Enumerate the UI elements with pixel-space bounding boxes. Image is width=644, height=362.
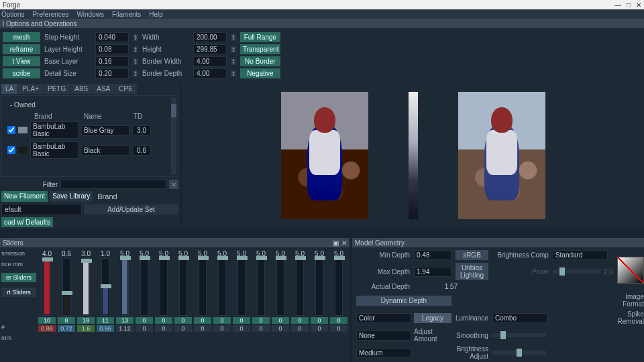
slider-bottom-value[interactable]: 0	[233, 325, 250, 332]
slider-green-value[interactable]: 0	[291, 317, 309, 324]
tab-pla+[interactable]: PLA+	[18, 84, 43, 94]
min-depth-input[interactable]: 0.48	[414, 250, 451, 260]
filter-input[interactable]	[60, 180, 166, 189]
name-select[interactable]: Blue Gray	[81, 125, 129, 135]
new-filament-button[interactable]: New Filament	[1, 191, 48, 202]
slider-track[interactable]	[315, 258, 323, 316]
toolbar-t-view-button[interactable]: t View	[3, 56, 40, 66]
opt-0.08[interactable]: 0.08	[95, 44, 129, 54]
slider-track[interactable]	[276, 258, 284, 316]
slider-green-value[interactable]: 10	[38, 317, 56, 324]
slider-green-value[interactable]: 8	[58, 317, 75, 324]
slider-track[interactable]	[199, 258, 207, 316]
slider-green-value[interactable]: 11	[97, 317, 114, 324]
spinner-down-icon[interactable]: ▼	[231, 50, 236, 53]
slider-track[interactable]	[160, 258, 168, 316]
max-depth-input[interactable]: 1.94	[414, 267, 451, 277]
close-panel-icon[interactable]: ✕	[341, 239, 347, 247]
load-defaults-button[interactable]: oad w/ Defaults	[1, 217, 53, 227]
slider-bottom-value[interactable]: 0	[136, 325, 153, 332]
gradient-swatch[interactable]	[617, 257, 644, 284]
tab-asa[interactable]: ASA	[93, 84, 114, 94]
slider-track[interactable]	[82, 258, 90, 316]
close-icon[interactable]: ✕	[636, 1, 641, 9]
slider-track[interactable]	[237, 258, 246, 316]
menu-filaments[interactable]: Filaments	[112, 11, 141, 18]
slider-bottom-value[interactable]: 0	[155, 325, 172, 332]
slider-bottom-value[interactable]: 0.96	[97, 325, 114, 332]
adjust-medium-select[interactable]: Medium	[356, 348, 411, 358]
negative-button[interactable]: Negative	[240, 68, 280, 78]
add-update-set-button[interactable]: Add/Update Set	[84, 204, 178, 215]
opt-299.85[interactable]: 299.85	[193, 44, 227, 54]
spinner-down-icon[interactable]: ▼	[231, 74, 236, 77]
slider-bottom-value[interactable]: 0	[311, 325, 328, 332]
slider-green-value[interactable]: 13	[116, 317, 133, 324]
srgb-button[interactable]: sRGB	[455, 250, 488, 260]
minimize-icon[interactable]: —	[614, 1, 621, 9]
slider-green-value[interactable]: 0	[330, 317, 347, 324]
smoothing-slider[interactable]	[492, 333, 546, 337]
clear-filter-icon[interactable]: ✕	[169, 180, 178, 189]
filament-checkbox[interactable]	[7, 146, 15, 154]
spinner-down-icon[interactable]: ▼	[133, 74, 138, 77]
slider-bottom-value[interactable]: 0	[291, 325, 309, 332]
slider-track[interactable]	[179, 258, 187, 316]
opt-0.20[interactable]: 0.20	[95, 68, 129, 78]
slider-track[interactable]	[43, 258, 51, 316]
menu-preferences[interactable]: Preferences	[32, 11, 68, 18]
td-input[interactable]: 0.6	[132, 145, 151, 156]
td-input[interactable]: 3.0	[132, 125, 151, 135]
no-border-button[interactable]: No Border	[240, 56, 280, 66]
opt-0.16[interactable]: 0.16	[95, 56, 129, 66]
spike-removal-select[interactable]: None	[356, 330, 411, 341]
slider-green-value[interactable]: 0	[194, 317, 211, 324]
slider-bottom-value[interactable]: 0.72	[58, 325, 75, 332]
brightness-adjust-slider[interactable]	[492, 351, 546, 355]
toolbar-mesh-button[interactable]: mesh	[3, 32, 40, 42]
slider-bottom-value[interactable]: 1.12	[116, 325, 133, 332]
slider-bottom-value[interactable]: 0	[272, 325, 289, 332]
legacy-button[interactable]: Legacy	[414, 313, 451, 323]
dynamic-depth-button[interactable]: Dynamic Depth	[356, 296, 451, 306]
tab-cpe[interactable]: CPE	[115, 84, 137, 94]
slider-green-value[interactable]: 0	[213, 317, 231, 324]
opt-200.00[interactable]: 200.00	[193, 32, 227, 42]
slider-bottom-value[interactable]: 0.88	[38, 325, 56, 332]
slider-track[interactable]	[218, 258, 226, 316]
slider-track[interactable]	[296, 258, 304, 316]
slider-bottom-value[interactable]: 0	[194, 325, 211, 332]
tab-petg[interactable]: PETG	[44, 84, 70, 94]
slider-green-value[interactable]: 19	[77, 317, 95, 324]
spinner-down-icon[interactable]: ▼	[133, 50, 138, 53]
slider-green-value[interactable]: 0	[174, 317, 192, 324]
transparent-button[interactable]: Transparent	[240, 44, 280, 54]
slider-bottom-value[interactable]: 0	[174, 325, 192, 332]
slider-track[interactable]	[121, 258, 129, 316]
opt-0.040[interactable]: 0.040	[95, 32, 129, 42]
spinner-down-icon[interactable]: ▼	[133, 62, 138, 65]
layer-sliders-button[interactable]: er Sliders	[1, 273, 36, 282]
popout-icon[interactable]: ▣	[333, 239, 339, 247]
scrollbar[interactable]	[171, 97, 176, 175]
tab-la[interactable]: LA	[1, 84, 17, 94]
slider-green-value[interactable]: 0	[252, 317, 270, 324]
name-select[interactable]: Black	[81, 145, 129, 156]
slider-green-value[interactable]: 0	[136, 317, 153, 324]
tab-abs[interactable]: ABS	[70, 84, 92, 94]
slider-bottom-value[interactable]: 1.6	[77, 325, 95, 332]
slider-green-value[interactable]: 0	[155, 317, 172, 324]
start-sliders-button[interactable]: rt Sliders	[1, 288, 36, 297]
spinner-down-icon[interactable]: ▼	[231, 62, 236, 65]
slider-bottom-value[interactable]: 0	[252, 325, 270, 332]
unbias-lighting-button[interactable]: Unbias Lighting	[455, 263, 488, 280]
slider-green-value[interactable]: 0	[311, 317, 328, 324]
save-library-button[interactable]: Save Library	[50, 191, 93, 202]
full-range-button[interactable]: Full Range	[240, 32, 280, 42]
slider-track[interactable]	[101, 258, 109, 316]
slider-track[interactable]	[140, 258, 148, 316]
luminance-select[interactable]: Combo	[492, 313, 547, 323]
menu-options[interactable]: Options	[1, 11, 24, 18]
pawn-slider[interactable]	[553, 269, 601, 274]
spinner-down-icon[interactable]: ▼	[133, 38, 138, 41]
